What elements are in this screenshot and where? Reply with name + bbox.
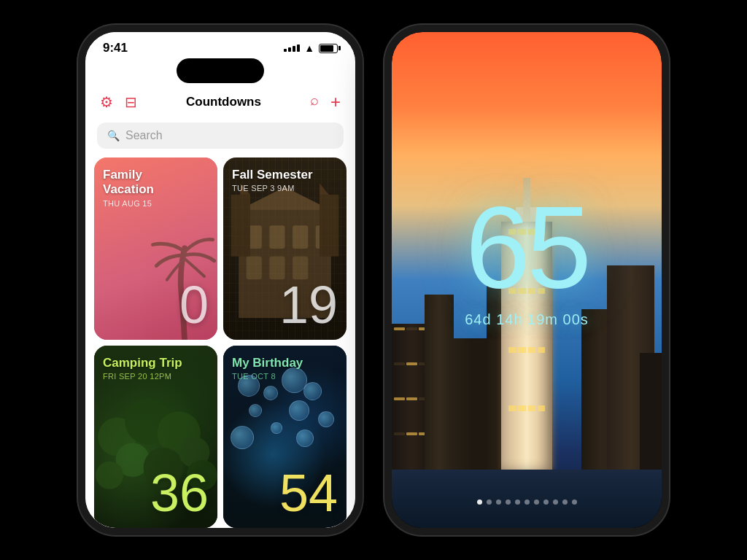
search-icon[interactable]: ⌕ xyxy=(310,92,319,112)
card-family-vacation[interactable]: FamilyVacation THU AUG 15 0 xyxy=(94,158,217,340)
signal-bar-3 xyxy=(293,46,295,52)
countdown-detail: 64d 14h 19m 00s xyxy=(465,311,589,328)
card-birthday-subtitle: TUE OCT 8 xyxy=(232,372,338,381)
add-icon[interactable]: + xyxy=(330,92,341,112)
search-glass-icon: 🔍 xyxy=(107,130,120,141)
settings-icon[interactable]: ⚙ xyxy=(100,93,113,111)
page-dot-7[interactable] xyxy=(534,499,539,505)
scene: 9:41 ▲ xyxy=(0,0,747,560)
phone-left: 9:41 ▲ xyxy=(78,25,363,535)
signal-icon xyxy=(284,44,300,52)
big-countdown-number: 65 xyxy=(465,189,588,306)
left-side-buttons xyxy=(82,120,85,225)
signal-bar-1 xyxy=(284,49,287,52)
power-button[interactable] xyxy=(355,149,358,192)
card-fall-semester[interactable]: Fall Semester TUE SEP 3 9AM 19 xyxy=(223,158,347,340)
bubble-4 xyxy=(303,382,322,400)
svg-rect-3 xyxy=(293,225,308,249)
bubble-9 xyxy=(271,422,282,434)
card-family-number: 0 xyxy=(179,279,209,331)
power-button-shape xyxy=(355,149,358,192)
bubble-5 xyxy=(249,404,262,417)
card-fall-title: Fall Semester xyxy=(232,168,338,182)
status-time: 9:41 xyxy=(103,41,128,55)
card-camping-title: Camping Trip xyxy=(103,356,209,370)
page-dot-5[interactable] xyxy=(515,499,520,505)
card-fall-subtitle: TUE SEP 3 9AM xyxy=(232,184,338,192)
phone-right: 65 64d 14h 19m 00s xyxy=(384,25,669,535)
svg-point-18 xyxy=(96,462,123,489)
signal-bar-4 xyxy=(297,44,300,52)
bubble-7 xyxy=(318,411,334,427)
dynamic-island xyxy=(177,58,264,83)
card-family-subtitle: THU AUG 15 xyxy=(103,199,209,208)
phone-right-inner: 65 64d 14h 19m 00s xyxy=(392,32,662,528)
volume-up-button[interactable] xyxy=(82,152,85,184)
page-dot-3[interactable] xyxy=(496,499,501,505)
card-family-title: FamilyVacation xyxy=(103,168,209,198)
power-button-right[interactable] xyxy=(662,149,665,200)
card-camping-number: 36 xyxy=(150,467,209,519)
status-bar: 9:41 ▲ xyxy=(85,32,355,58)
page-dot-10[interactable] xyxy=(562,499,568,505)
svg-rect-2 xyxy=(269,225,285,249)
page-dot-4[interactable] xyxy=(506,499,511,505)
page-dot-8[interactable] xyxy=(543,499,549,505)
card-my-birthday[interactable]: My Birthday TUE OCT 8 54 xyxy=(223,346,347,528)
page-dot-1[interactable] xyxy=(477,499,482,505)
page-dot-2[interactable] xyxy=(487,499,492,505)
nav-icons-right: ⌕ + xyxy=(310,92,341,112)
volume-down-button[interactable] xyxy=(82,192,85,225)
countdown-grid: FamilyVacation THU AUG 15 0 xyxy=(85,158,355,528)
signal-bar-2 xyxy=(288,47,291,52)
battery-fill xyxy=(320,45,333,52)
svg-rect-5 xyxy=(247,257,262,280)
search-bar[interactable]: 🔍 Search xyxy=(97,122,344,149)
card-birthday-title: My Birthday xyxy=(232,356,338,370)
phone-left-inner: 9:41 ▲ xyxy=(85,32,355,528)
svg-rect-9 xyxy=(320,195,338,257)
search-placeholder: Search xyxy=(125,129,163,142)
battery-icon xyxy=(319,44,338,53)
card-fall-number: 19 xyxy=(279,279,338,331)
bubble-8 xyxy=(231,426,254,449)
archive-icon[interactable]: ⊟ xyxy=(125,93,137,111)
nav-title: Countdowns xyxy=(186,95,261,109)
bubble-2 xyxy=(263,386,278,400)
wifi-icon: ▲ xyxy=(304,42,314,54)
countdown-overlay: 65 64d 14h 19m 00s xyxy=(392,32,662,528)
nav-bar: ⚙ ⊟ Countdowns ⌕ + xyxy=(85,86,355,118)
svg-rect-8 xyxy=(231,195,250,257)
card-birthday-number: 54 xyxy=(279,467,338,519)
nav-icons-left: ⚙ ⊟ xyxy=(100,93,137,111)
mute-button[interactable] xyxy=(82,120,85,143)
bubble-10 xyxy=(296,429,314,447)
page-indicator xyxy=(392,499,662,505)
card-camping-subtitle: FRI SEP 20 12PM xyxy=(103,372,209,381)
bubble-6 xyxy=(289,400,309,421)
page-dot-9[interactable] xyxy=(553,499,558,505)
page-dot-6[interactable] xyxy=(525,499,530,505)
page-dot-11[interactable] xyxy=(572,499,577,505)
card-camping-trip[interactable]: Camping Trip FRI SEP 20 12PM 36 xyxy=(94,346,217,528)
status-right: ▲ xyxy=(284,42,338,54)
